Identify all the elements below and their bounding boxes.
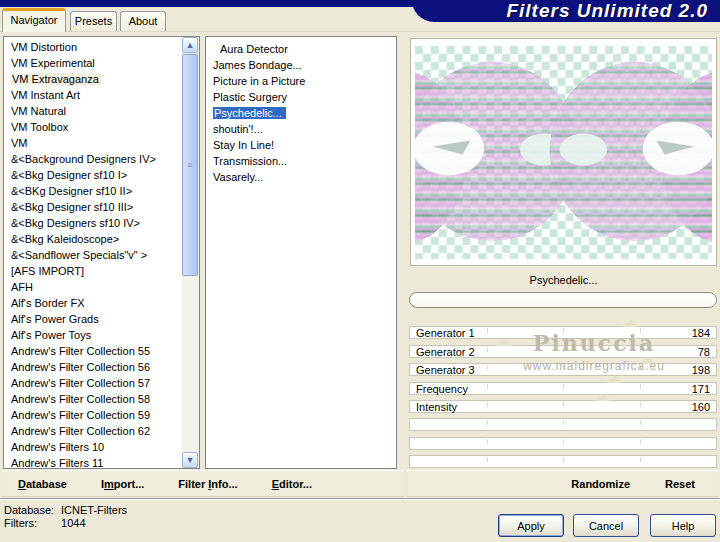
filter-item[interactable]: Transmission...	[213, 153, 392, 169]
slider-panel: Generator 1184Generator 278Generator 319…	[409, 318, 717, 468]
menu-item-randomize[interactable]: Randomize	[571, 478, 630, 490]
tab-baseline	[0, 31, 720, 32]
category-item[interactable]: Andrew's Filter Collection 59	[11, 407, 181, 423]
slider-label: Generator 1	[416, 327, 475, 339]
slider-row-empty	[409, 437, 717, 450]
category-list[interactable]: VM DistortionVM ExperimentalVM Extravaga…	[3, 36, 200, 469]
category-item[interactable]: Andrew's Filter Collection 58	[11, 391, 181, 407]
slider-tick	[563, 402, 564, 407]
filter-item[interactable]: Psychedelic...	[213, 105, 392, 121]
menu-item-import[interactable]: Import...	[101, 478, 144, 490]
slider-value: 78	[698, 346, 710, 358]
menu-item-editor[interactable]: Editor...	[272, 478, 312, 490]
category-item[interactable]: Andrew's Filters 11	[11, 455, 181, 469]
category-item[interactable]: [AFS IMPORT]	[11, 263, 181, 279]
category-item[interactable]: AFH	[11, 279, 181, 295]
slider-thumb-triangle[interactable]	[594, 393, 610, 401]
scrollbar-thumb[interactable]: ≡	[182, 54, 198, 276]
filter-item[interactable]: James Bondage...	[213, 57, 392, 73]
filter-item[interactable]: Picture in a Picture	[213, 73, 392, 89]
category-item[interactable]: Andrew's Filter Collection 57	[11, 375, 181, 391]
filter-item[interactable]: Plastic Surgery	[213, 89, 392, 105]
slider-tick	[487, 328, 488, 333]
slider-label: Intensity	[416, 401, 457, 413]
slider-tick	[487, 439, 488, 444]
menu-item-reset[interactable]: Reset	[665, 478, 695, 490]
category-item[interactable]: &<Sandflower Specials"v" >	[11, 247, 181, 263]
category-item[interactable]: Alf's Power Toys	[11, 327, 181, 343]
category-item[interactable]: Andrew's Filters 10	[11, 439, 181, 455]
slider-tick	[563, 347, 564, 352]
slider-tick	[640, 402, 641, 407]
status-filters: Filters: 1044	[4, 517, 86, 529]
category-item[interactable]: VM Extravaganza	[11, 71, 181, 87]
slider-row[interactable]: Generator 3198	[409, 363, 717, 376]
category-item[interactable]: VM	[11, 135, 181, 151]
apply-button[interactable]: Apply	[498, 514, 564, 537]
category-item[interactable]: VM Natural	[11, 103, 181, 119]
filter-item[interactable]: Vasarely...	[213, 169, 392, 185]
filters-unlimited-dialog: Filters Unlimited 2.0 Navigator Presets …	[0, 0, 720, 542]
slider-value: 184	[692, 327, 710, 339]
slider-tick	[487, 365, 488, 370]
menu-item-database[interactable]: Database	[18, 478, 67, 490]
category-item[interactable]: &<Bkg Designer sf10 I>	[11, 167, 181, 183]
category-item[interactable]: VM Experimental	[11, 55, 181, 71]
category-scrollbar[interactable]: ▲ ≡ ▼	[182, 37, 199, 468]
slider-tick	[563, 420, 564, 425]
slider-value: 160	[692, 401, 710, 413]
slider-thumb-triangle[interactable]	[640, 356, 656, 364]
category-item[interactable]: &<Bkg Designers sf10 IV>	[11, 215, 181, 231]
category-item[interactable]: Andrew's Filter Collection 56	[11, 359, 181, 375]
filter-item[interactable]: shoutin'!...	[213, 121, 392, 137]
slider-label: Frequency	[416, 383, 468, 395]
category-item[interactable]: Andrew's Filter Collection 55	[11, 343, 181, 359]
status-filters-value: 1044	[61, 517, 85, 529]
slider-row-empty	[409, 455, 717, 468]
status-database-value: ICNET-Filters	[61, 504, 127, 516]
scroll-down-icon[interactable]: ▼	[182, 452, 198, 468]
bottom-menu-right: RandomizeReset	[407, 470, 718, 497]
preview-image	[410, 38, 717, 266]
filter-item[interactable]: Aura Detector	[213, 41, 392, 57]
category-item[interactable]: &<Bkg Kaleidoscope>	[11, 231, 181, 247]
slider-tick	[640, 420, 641, 425]
filter-list[interactable]: Aura DetectorJames Bondage...Picture in …	[205, 36, 397, 469]
category-item[interactable]: &<Bkg Designer sf10 III>	[11, 199, 181, 215]
help-button[interactable]: Help	[650, 514, 716, 537]
slider-label: Generator 3	[416, 364, 475, 376]
category-item[interactable]: VM Toolbox	[11, 119, 181, 135]
slider-tick	[640, 457, 641, 462]
slider-thumb-triangle[interactable]	[623, 319, 639, 327]
slider-tick	[487, 420, 488, 425]
slider-row-empty	[409, 418, 717, 431]
category-item[interactable]: &<BKg Designer sf10 II>	[11, 183, 181, 199]
category-item[interactable]: &<Background Designers IV>	[11, 151, 181, 167]
category-item[interactable]: VM Instant Art	[11, 87, 181, 103]
category-item[interactable]: Alf's Power Grads	[11, 311, 181, 327]
slider-row[interactable]: Generator 1184	[409, 326, 717, 339]
slider-tick	[640, 347, 641, 352]
scroll-up-icon[interactable]: ▲	[182, 37, 198, 53]
slider-tick	[640, 328, 641, 333]
slider-tick	[487, 457, 488, 462]
slider-thumb-triangle[interactable]	[496, 338, 512, 346]
slider-row[interactable]: Intensity160	[409, 400, 717, 413]
status-database-label: Database:	[4, 504, 58, 516]
slider-tick	[487, 402, 488, 407]
category-item[interactable]: VM Distortion	[11, 39, 181, 55]
filter-item[interactable]: Stay In Line!	[213, 137, 392, 153]
tab-about[interactable]: About	[120, 11, 166, 32]
status-divider	[0, 498, 720, 500]
category-item[interactable]: Alf's Border FX	[11, 295, 181, 311]
slider-row[interactable]: Generator 278	[409, 345, 717, 358]
slider-row[interactable]: Frequency171	[409, 382, 717, 395]
cancel-button[interactable]: Cancel	[573, 514, 639, 537]
menu-item-filter-info[interactable]: Filter Info...	[178, 478, 237, 490]
tab-presets[interactable]: Presets	[70, 11, 117, 32]
slider-tick	[563, 384, 564, 389]
slider-thumb-triangle[interactable]	[607, 375, 623, 383]
category-item[interactable]: Andrew's Filter Collection 62	[11, 423, 181, 439]
tab-navigator[interactable]: Navigator	[2, 8, 66, 32]
slider-tick	[563, 439, 564, 444]
